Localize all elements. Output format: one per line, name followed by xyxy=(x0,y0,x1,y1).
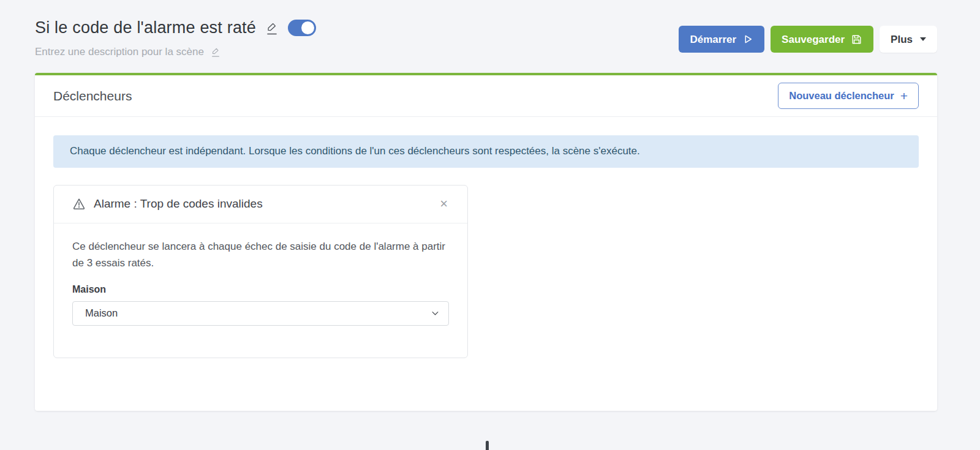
scene-title: Si le code de l'alarme est raté xyxy=(35,18,256,37)
play-icon xyxy=(742,34,753,45)
chevron-down-icon xyxy=(431,309,440,318)
trigger-description: Ce déclencheur se lancera à chaque échec… xyxy=(72,238,449,271)
more-button-label: Plus xyxy=(891,34,913,45)
trigger-card-header: Alarme : Trop de codes invalides × xyxy=(54,186,467,223)
close-icon[interactable]: × xyxy=(437,196,450,212)
scene-enabled-toggle[interactable] xyxy=(288,20,316,36)
new-trigger-button[interactable]: Nouveau déclencheur + xyxy=(778,83,919,109)
scene-description-placeholder: Entrez une description pour la scène xyxy=(35,46,204,58)
header-actions: Démarrer Sauvegarder Plus xyxy=(679,26,937,53)
scene-title-block: Si le code de l'alarme est raté Entrez u… xyxy=(35,18,316,58)
save-button-label: Sauvegarder xyxy=(782,34,845,45)
triggers-section-title: Déclencheurs xyxy=(53,89,132,103)
caret-down-icon xyxy=(920,37,926,41)
trigger-title: Alarme : Trop de codes invalides xyxy=(94,197,437,211)
maison-select-value: Maison xyxy=(85,307,118,319)
edit-title-icon[interactable] xyxy=(265,21,279,36)
trigger-card: Alarme : Trop de codes invalides × Ce dé… xyxy=(53,185,468,358)
plus-icon: + xyxy=(900,89,908,102)
more-button[interactable]: Plus xyxy=(880,26,937,53)
page-header: Si le code de l'alarme est raté Entrez u… xyxy=(0,0,980,58)
save-icon xyxy=(851,34,862,45)
warning-icon xyxy=(72,197,86,211)
start-button[interactable]: Démarrer xyxy=(679,26,764,53)
maison-select[interactable]: Maison xyxy=(72,301,449,326)
edit-description-icon[interactable] xyxy=(210,47,221,58)
new-trigger-button-label: Nouveau déclencheur xyxy=(789,90,894,102)
triggers-panel: Déclencheurs Nouveau déclencheur + Chaqu… xyxy=(35,73,937,411)
flow-connector-line xyxy=(486,441,489,450)
info-alert: Chaque déclencheur est indépendant. Lors… xyxy=(53,135,919,168)
start-button-label: Démarrer xyxy=(690,34,736,45)
save-button[interactable]: Sauvegarder xyxy=(771,26,873,53)
field-label: Maison xyxy=(72,284,449,295)
triggers-panel-header: Déclencheurs Nouveau déclencheur + xyxy=(35,75,937,117)
toggle-knob xyxy=(301,21,314,34)
trigger-card-body: Ce déclencheur se lancera à chaque échec… xyxy=(54,223,467,358)
